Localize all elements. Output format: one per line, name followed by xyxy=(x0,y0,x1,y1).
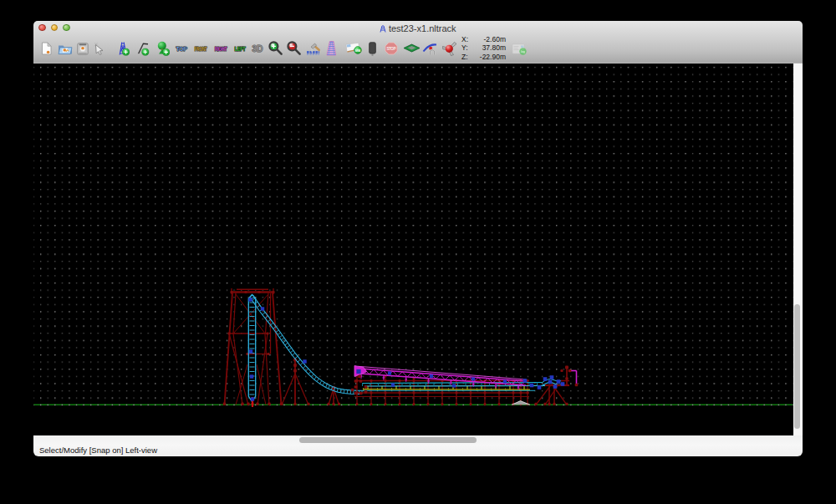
svg-text:RIGHT: RIGHT xyxy=(214,45,227,53)
svg-text:log: log xyxy=(521,50,525,53)
svg-text:STOP: STOP xyxy=(387,47,396,51)
svg-text:3D: 3D xyxy=(252,44,263,53)
svg-text:TOP: TOP xyxy=(176,45,187,53)
svg-text:LEFT: LEFT xyxy=(235,45,246,53)
svg-text:MB: MB xyxy=(354,48,360,53)
svg-text:FRONT: FRONT xyxy=(195,45,207,53)
